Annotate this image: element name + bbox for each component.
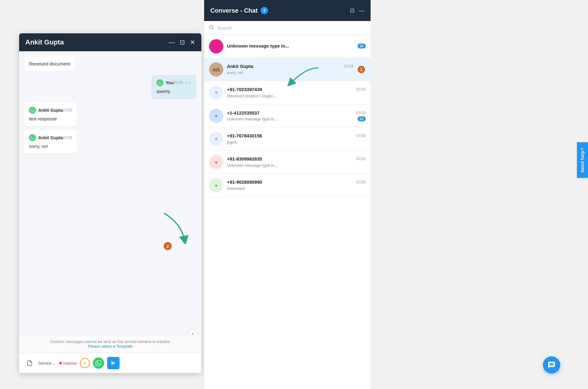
conversation-item-2[interactable]: + +91-7023397439 07/29 Received location…	[204, 81, 371, 104]
attach-button[interactable]	[24, 358, 35, 369]
conv-info: +91-7023397439 07/29 Received location L…	[227, 87, 366, 98]
conv-name: +91-8309962835	[227, 156, 262, 161]
msg-time: 07/29	[63, 136, 72, 140]
conv-avatar: +	[209, 155, 223, 169]
conv-preview: jhgvfc	[227, 140, 237, 144]
unread-badge: 53	[358, 116, 366, 121]
conv-avatar: +	[209, 86, 223, 100]
converse-title-group: Converse - Chat 3	[210, 7, 268, 14]
conv-name-row: +91-9028090990 07/26	[227, 179, 366, 185]
conversation-item-3[interactable]: + +1-4122535537 07/29 Unknown message ty…	[204, 104, 371, 128]
conv-date: 07/26	[356, 180, 366, 184]
conv-preview: Unknown message type in...	[227, 117, 277, 121]
conv-preview: Unknown message type in...	[227, 163, 277, 168]
minimize-icon[interactable]: —	[359, 7, 364, 14]
conv-name-row: +91-7678430156 07/28	[227, 133, 366, 138]
svg-line-1	[212, 28, 213, 29]
converse-panel: Converse - Chat 3 ⊡ — Unknown message ty…	[204, 0, 371, 389]
select-template-link[interactable]: Please select a Template	[88, 344, 132, 349]
msg-sender: Ankit Gupta	[29, 107, 63, 114]
conv-preview: Interested	[227, 186, 245, 191]
conversation-item-ankit[interactable]: AG Ankit Gupta 07/29 sorry, no! 1	[204, 58, 371, 81]
chat-service-notice: Custom messages cannot be sent as the se…	[19, 335, 201, 353]
whatsapp-icon	[29, 134, 36, 141]
conv-info: +1-4122535537 07/29 Unknown message type…	[227, 110, 366, 121]
sender-name: Ankit Gupta	[38, 135, 63, 140]
conv-date: 07/28	[356, 134, 366, 138]
conversation-item-6[interactable]: + +91-9028090990 07/26 Interested	[204, 174, 371, 197]
conversation-item-0[interactable]: Unknown message type in... 20	[204, 35, 371, 58]
conv-preview: Received location Longitu...	[227, 94, 276, 98]
warning-button[interactable]: !	[80, 358, 90, 368]
conversation-list: Unknown message type in... 20 AG Ankit G…	[204, 35, 371, 389]
conv-name-row: +1-4122535537 07/29	[227, 110, 366, 115]
close-button[interactable]: ✕	[190, 39, 195, 46]
conv-preview: sorry, no!	[227, 70, 243, 75]
conv-name-row: +91-8309962835 07/26	[227, 156, 366, 161]
inactive-status: Inactive	[59, 361, 77, 366]
notice-text: Custom messages cannot be sent as the se…	[50, 339, 170, 344]
conv-info: +91-9028090990 07/26 Interested	[227, 179, 366, 191]
scroll-up-button[interactable]: ∧	[188, 329, 198, 335]
whatsapp-button[interactable]	[93, 358, 104, 369]
conv-info: Ankit Gupta 07/29 sorry, no!	[227, 64, 353, 75]
msg-header: You 07/29 ✓✓	[157, 79, 191, 86]
service-label: Service ...	[38, 361, 56, 366]
chat-fab-button[interactable]	[543, 356, 560, 374]
msg-time: 07/29	[174, 81, 183, 85]
conv-name: Unknown message type in...	[227, 43, 289, 48]
conv-name: +1-4122535537	[227, 110, 260, 115]
chat-popup-actions: — ⊡ ✕	[169, 39, 195, 46]
conv-date: 07/29	[344, 64, 353, 69]
minimize-button[interactable]: —	[169, 39, 175, 46]
annotation-badge-1: 1	[357, 65, 366, 74]
msg-sender: You	[157, 79, 174, 86]
conv-info: +91-7678430156 07/28 jhgvfc	[227, 133, 366, 145]
conversation-item-5[interactable]: + +91-8309962835 07/26 Unknown message t…	[204, 151, 371, 174]
msg-time: 07/29	[63, 108, 72, 112]
chat-input-bar: Service ... Inactive !	[19, 353, 201, 373]
message-received-sorry: Ankit Gupta 07/29 sorry, no!	[24, 130, 77, 154]
conv-date: 07/29	[356, 87, 366, 92]
converse-search-bar	[204, 21, 371, 35]
svg-point-0	[210, 25, 213, 29]
conversation-item-4[interactable]: + +91-7678430156 07/28 jhgvfc	[204, 128, 371, 151]
conv-date: 07/26	[356, 157, 366, 161]
conv-avatar: +	[209, 178, 223, 192]
chat-popup-body: Received document You 07/29 ✓✓ qwerty	[19, 51, 201, 335]
message-text: test response	[29, 115, 72, 122]
expand-icon[interactable]: ⊡	[350, 7, 355, 14]
need-help-button[interactable]: Need help?	[577, 142, 588, 178]
conv-info: Unknown message type in... 20	[227, 43, 366, 49]
conv-name: +91-9028090990	[227, 179, 262, 185]
message-text: sorry, no!	[29, 143, 72, 149]
conv-info: +91-8309962835 07/26 Unknown message typ…	[227, 156, 366, 168]
conv-date: 07/29	[356, 111, 366, 115]
message-sent-qwerty: You 07/29 ✓✓ qwerty	[152, 75, 196, 99]
search-icon	[209, 25, 214, 31]
conv-avatar: +	[209, 132, 223, 146]
converse-badge: 3	[261, 7, 268, 14]
conv-avatar: AG	[209, 62, 223, 77]
conv-avatar: +	[209, 109, 223, 123]
send-button[interactable]	[107, 357, 120, 369]
converse-title-text: Converse - Chat	[210, 7, 258, 14]
msg-header: Ankit Gupta 07/29	[29, 134, 72, 141]
expand-button[interactable]: ⊡	[180, 39, 185, 46]
conv-avatar	[209, 39, 223, 53]
message-received-test: Ankit Gupta 07/29 test response	[24, 102, 77, 126]
conv-name: Ankit Gupta	[227, 64, 253, 69]
search-input[interactable]	[217, 25, 366, 31]
chat-popup-window: Ankit Gupta — ⊡ ✕ Received document You …	[19, 33, 201, 373]
conv-name-row: +91-7023397439 07/29	[227, 87, 366, 92]
conv-name-row: Unknown message type in... 20	[227, 43, 366, 48]
converse-header: Converse - Chat 3 ⊡ —	[204, 0, 371, 21]
msg-sender: Ankit Gupta	[29, 134, 63, 141]
msg-header: Ankit Gupta 07/29	[29, 107, 72, 114]
whatsapp-icon	[29, 107, 36, 114]
conv-name: +91-7023397439	[227, 87, 262, 92]
conv-name-row: Ankit Gupta 07/29	[227, 64, 353, 69]
conv-name: +91-7678430156	[227, 133, 262, 138]
message-text: Received document	[29, 61, 70, 66]
chat-popup-title: Ankit Gupta	[25, 38, 64, 46]
